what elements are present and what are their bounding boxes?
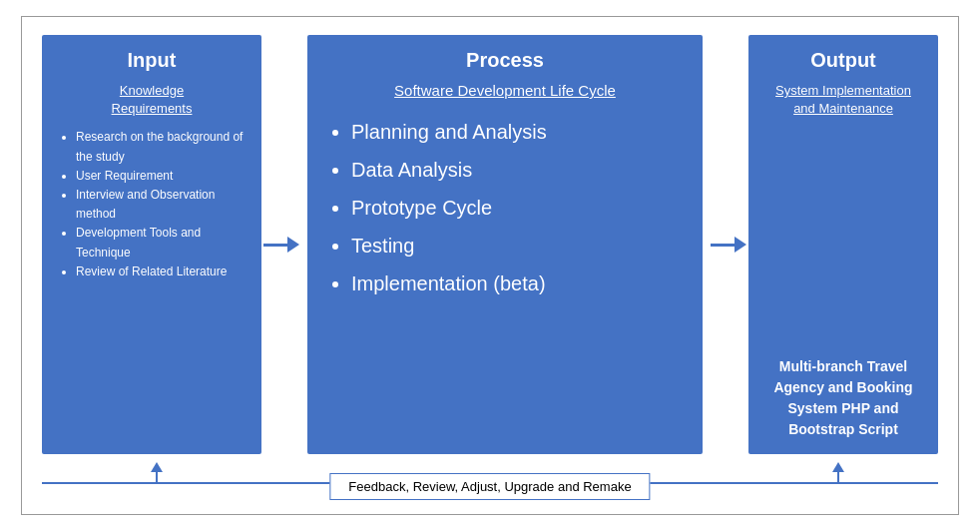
arrow-input-to-process xyxy=(261,35,301,454)
input-box: Input Knowledge Requirements Research on… xyxy=(42,35,261,454)
feedback-label: Feedback, Review, Adjust, Upgrade and Re… xyxy=(329,473,650,500)
input-subtitle: Knowledge Requirements xyxy=(112,82,193,118)
output-title: Output xyxy=(810,49,876,72)
list-item: Development Tools and Technique xyxy=(76,224,245,262)
list-item: Testing xyxy=(351,227,687,265)
arrow-shaft xyxy=(711,244,735,247)
arrow-shaft-up-right xyxy=(837,472,839,484)
list-item: Research on the background of the study xyxy=(76,128,245,166)
arrow-shape xyxy=(263,237,299,253)
arrow-shaft-up-left xyxy=(156,472,158,484)
feedback-arrow-up-right xyxy=(832,462,844,484)
output-subtitle: System Implementation and Maintenance xyxy=(775,82,911,118)
output-box: Output System Implementation and Mainten… xyxy=(748,35,938,454)
feedback-arrow-up-left xyxy=(151,462,163,484)
arrow-head-up-right xyxy=(832,462,844,472)
list-item: Review of Related Literature xyxy=(76,263,245,281)
list-item: Data Analysis xyxy=(351,151,687,189)
arrow-shaft xyxy=(263,244,287,247)
input-title: Input xyxy=(128,49,177,72)
process-subtitle: Software Development Life Cycle xyxy=(394,82,616,99)
list-item: Planning and Analysis xyxy=(351,113,687,151)
process-list: Planning and Analysis Data Analysis Prot… xyxy=(323,113,687,302)
diagram-container: Input Knowledge Requirements Research on… xyxy=(21,16,959,515)
input-list: Research on the background of the study … xyxy=(58,128,245,281)
feedback-row: Feedback, Review, Adjust, Upgrade and Re… xyxy=(42,462,938,500)
arrow-shape xyxy=(711,237,746,253)
process-box: Process Software Development Life Cycle … xyxy=(307,35,703,454)
process-title: Process xyxy=(466,49,544,72)
list-item: Implementation (beta) xyxy=(351,265,687,302)
arrow-head-up-left xyxy=(151,462,163,472)
list-item: User Requirement xyxy=(76,167,245,186)
arrow-head xyxy=(735,237,746,253)
arrow-process-to-output xyxy=(709,35,748,454)
output-main-text: Multi-branch Travel Agency and Booking S… xyxy=(764,356,922,440)
list-item: Interview and Observation method xyxy=(76,186,245,224)
main-row: Input Knowledge Requirements Research on… xyxy=(42,35,938,454)
list-item: Prototype Cycle xyxy=(351,189,687,227)
arrow-head xyxy=(287,237,299,253)
